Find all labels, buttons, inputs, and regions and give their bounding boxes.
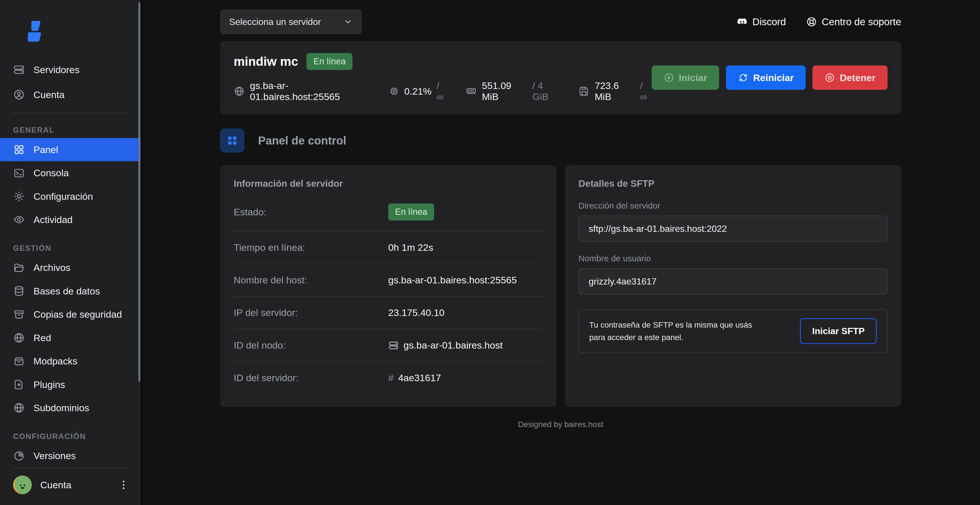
sftp-username-label: Nombre de usuario bbox=[579, 254, 888, 263]
server-select-dropdown[interactable]: Selecciona un servidor bbox=[220, 10, 362, 34]
hash-prefix: # bbox=[388, 372, 394, 383]
discord-label: Discord bbox=[752, 16, 786, 27]
launch-sftp-button[interactable]: Iniciar SFTP bbox=[800, 318, 877, 344]
info-row-label: Tiempo en línea: bbox=[234, 242, 388, 253]
sidebar-item-label: Consola bbox=[33, 167, 69, 178]
sidebar-item-bases-de-datos[interactable]: Bases de datos bbox=[0, 279, 141, 303]
sidebar-item-consola[interactable]: Consola bbox=[0, 161, 141, 184]
stop-button[interactable]: Detener bbox=[812, 65, 888, 90]
info-row-value: gs.ba-ar-01.baires.host:25565 bbox=[388, 275, 517, 286]
grid-icon bbox=[226, 134, 239, 147]
info-row-ip: IP del servidor: 23.175.40.10 bbox=[234, 296, 543, 329]
stat-ram: 551.09 MiB / 4 GiB bbox=[466, 80, 560, 102]
sidebar-item-label: Bases de datos bbox=[33, 286, 100, 297]
lifebuoy-icon bbox=[806, 16, 817, 27]
sidebar-scrollbar[interactable] bbox=[138, 2, 140, 382]
info-row-node-id: ID del nodo: gs.ba-ar-01.baires.host bbox=[234, 329, 543, 361]
server-summary: mindiw mc En línea gs.ba-ar-01.baires.ho… bbox=[234, 53, 652, 102]
sidebar-item-label: Archivos bbox=[33, 262, 70, 273]
sftp-address-field[interactable]: sftp://gs.ba-ar-01.baires.host:2022 bbox=[579, 216, 888, 242]
sidebar-section-configuracion: CONFIGURACIÓN bbox=[0, 432, 141, 441]
info-row-label: ID del servidor: bbox=[234, 372, 388, 383]
sidebar-item-label: Panel bbox=[33, 144, 58, 155]
sidebar-section-gestion: GESTIÓN bbox=[0, 244, 141, 253]
sidebar-item-configuracion[interactable]: Configuración bbox=[0, 185, 141, 208]
sidebar-item-panel[interactable]: Panel bbox=[0, 138, 141, 161]
page-title: Panel de control bbox=[258, 134, 346, 147]
sidebar-item-versiones[interactable]: Versiones bbox=[0, 445, 141, 468]
panel-tile bbox=[220, 129, 245, 153]
info-row-value: 0h 1m 22s bbox=[388, 242, 433, 253]
sftp-note-box: Tu contraseña de SFTP es la misma que us… bbox=[579, 309, 888, 353]
sidebar-item-modpacks[interactable]: Modpacks bbox=[0, 349, 141, 373]
sidebar-item-archivos[interactable]: Archivos bbox=[0, 256, 141, 279]
info-row-value: gs.ba-ar-01.baires.host bbox=[404, 340, 503, 351]
server-header-card: mindiw mc En línea gs.ba-ar-01.baires.ho… bbox=[220, 41, 901, 114]
footer-credit: Designed by baires.host bbox=[220, 420, 901, 429]
grid-icon bbox=[13, 144, 25, 156]
info-row-server-id: ID del servidor: # 4ae31617 bbox=[234, 361, 543, 394]
main-content: Selecciona un servidor Discord Centro de… bbox=[143, 0, 980, 505]
app-root: Servidores Cuenta GENERAL Panel Consola … bbox=[0, 0, 980, 505]
stat-disk-value: 723.6 MiB bbox=[595, 80, 635, 102]
server-info-rows: Estado: En línea Tiempo en línea: 0h 1m … bbox=[234, 193, 543, 394]
sidebar-item-copias-de-seguridad[interactable]: Copias de seguridad bbox=[0, 303, 141, 326]
status-badge: En línea bbox=[388, 203, 434, 221]
server-info-card: Información del servidor Estado: En líne… bbox=[220, 165, 556, 407]
stat-ram-limit: / 4 GiB bbox=[532, 80, 560, 102]
sidebar-item-cuenta[interactable]: Cuenta bbox=[0, 82, 141, 107]
support-center-label: Centro de soporte bbox=[822, 16, 901, 27]
file-download-icon bbox=[13, 379, 25, 391]
sidebar-divider bbox=[13, 113, 127, 113]
sidebar-item-servidores[interactable]: Servidores bbox=[0, 57, 141, 82]
refresh-icon bbox=[738, 72, 749, 83]
sidebar-item-label: Modpacks bbox=[33, 356, 77, 367]
sidebar-section-general: GENERAL bbox=[0, 126, 141, 135]
server-icon bbox=[388, 340, 399, 351]
sidebar-item-actividad[interactable]: Actividad bbox=[0, 208, 141, 231]
stat-ram-value: 551.09 MiB bbox=[482, 80, 527, 102]
stop-button-label: Detener bbox=[840, 72, 876, 83]
account-row[interactable]: Cuenta bbox=[0, 468, 141, 505]
sftp-card: Detalles de SFTP Dirección del servidor … bbox=[565, 165, 901, 407]
server-name: mindiw mc bbox=[234, 54, 298, 68]
eye-icon bbox=[13, 214, 25, 226]
sidebar-item-plugins[interactable]: Plugins bbox=[0, 373, 141, 396]
stop-circle-icon bbox=[824, 72, 835, 83]
kebab-menu-icon[interactable] bbox=[118, 479, 129, 491]
stat-disk-limit: / ∞ bbox=[640, 80, 652, 102]
support-center-link[interactable]: Centro de soporte bbox=[806, 16, 901, 27]
sidebar-item-red[interactable]: Red bbox=[0, 326, 141, 349]
account-label: Cuenta bbox=[40, 480, 72, 491]
sftp-address-label: Dirección del servidor bbox=[579, 201, 888, 211]
sftp-note-text: Tu contraseña de SFTP es la misma que us… bbox=[589, 319, 762, 343]
globe-icon bbox=[13, 332, 25, 344]
info-row-hostname: Nombre del host: gs.ba-ar-01.baires.host… bbox=[234, 264, 543, 296]
stat-address-value: gs.ba-ar-01.baires.host:25565 bbox=[250, 80, 370, 102]
sidebar-item-subdominios[interactable]: Subdominios bbox=[0, 396, 141, 419]
sftp-title: Detalles de SFTP bbox=[579, 178, 888, 189]
info-row-label: Nombre del host: bbox=[234, 275, 388, 286]
cards-row: Información del servidor Estado: En líne… bbox=[220, 165, 901, 407]
server-info-title: Información del servidor bbox=[234, 178, 543, 189]
sidebar-item-label: Subdominios bbox=[33, 402, 89, 413]
discord-icon bbox=[737, 16, 748, 27]
server-actions: Iniciar Reiniciar Detener bbox=[652, 65, 888, 90]
gear-icon bbox=[13, 191, 25, 202]
info-row-estado: Estado: En línea bbox=[234, 193, 543, 231]
brand-logo[interactable] bbox=[0, 0, 141, 46]
sidebar-item-label: Copias de seguridad bbox=[33, 309, 122, 320]
discord-link[interactable]: Discord bbox=[737, 16, 786, 27]
baires-logo-icon bbox=[22, 19, 49, 46]
folder-icon bbox=[13, 262, 25, 274]
sftp-username-field[interactable]: grizzly.4ae31617 bbox=[579, 268, 888, 294]
start-button[interactable]: Iniciar bbox=[652, 65, 719, 90]
info-row-label: ID del nodo: bbox=[234, 340, 388, 351]
sidebar: Servidores Cuenta GENERAL Panel Consola … bbox=[0, 0, 143, 505]
database-icon bbox=[13, 285, 25, 297]
terminal-icon bbox=[13, 167, 25, 179]
sidebar-item-label: Red bbox=[33, 332, 51, 343]
sidebar-item-label: Cuenta bbox=[33, 89, 65, 100]
topbar-links: Discord Centro de soporte bbox=[737, 16, 901, 27]
restart-button[interactable]: Reiniciar bbox=[726, 65, 806, 90]
